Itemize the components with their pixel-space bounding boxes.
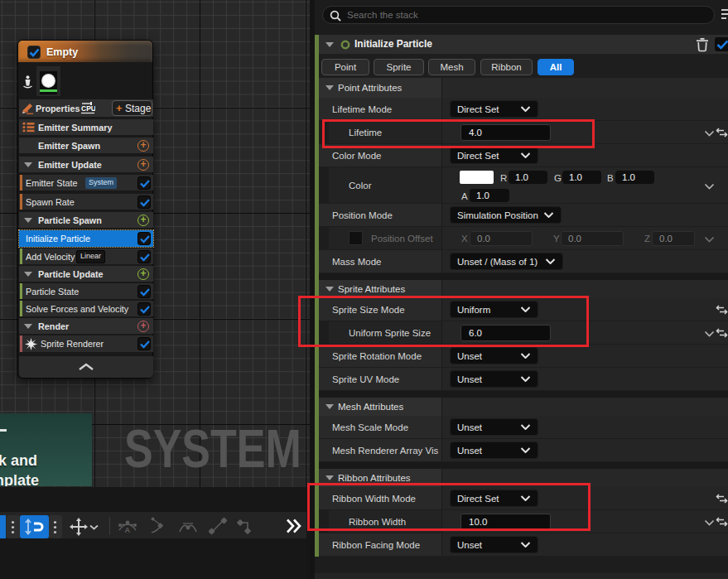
svg-text:A: A: [125, 526, 131, 534]
svg-text:CPU: CPU: [81, 104, 95, 113]
